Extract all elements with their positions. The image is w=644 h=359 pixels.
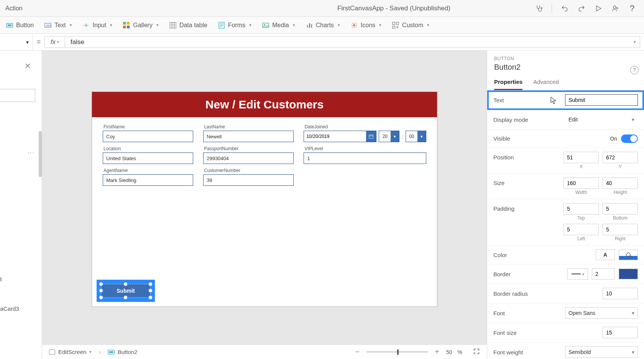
fit-to-window-icon[interactable]: [473, 348, 480, 356]
ribbon-icons[interactable]: Icons ▾: [351, 22, 381, 29]
toggle-switch[interactable]: [621, 134, 638, 143]
tab-advanced[interactable]: Advanced: [533, 79, 559, 90]
location-input[interactable]: [103, 152, 193, 164]
breadcrumb-screen[interactable]: EditScreen ▾: [49, 349, 92, 355]
resize-handle[interactable]: [99, 282, 103, 286]
resize-handle[interactable]: [148, 289, 153, 293]
tree-item[interactable]: ataCard3: [0, 305, 19, 312]
undo-icon[interactable]: [560, 4, 569, 13]
resize-handle[interactable]: [99, 289, 103, 293]
firstname-input[interactable]: [103, 131, 193, 142]
lastname-input[interactable]: [203, 131, 294, 142]
play-icon[interactable]: [594, 4, 603, 13]
breadcrumb-label: Button2: [118, 349, 138, 355]
text-property-input[interactable]: [565, 94, 638, 106]
padding-bottom-input[interactable]: [603, 203, 638, 215]
fontweight-select[interactable]: Semibold ▾: [565, 346, 638, 358]
ribbon-text[interactable]: Abc Text ▾: [44, 22, 72, 29]
ribbon-media[interactable]: Media ▾: [262, 22, 295, 29]
edit-form: FirstName LastName DateJoined: [92, 117, 437, 193]
icons-icon: [351, 22, 358, 29]
fx-button[interactable]: fx▾: [44, 36, 65, 48]
calendar-icon[interactable]: [366, 131, 376, 142]
prop-label: Font weight: [493, 349, 565, 356]
expand-formula-icon[interactable]: ▾: [634, 39, 636, 44]
more-options-icon[interactable]: ···: [28, 149, 35, 156]
fill-color-picker[interactable]: [619, 249, 638, 260]
chevron-down-icon: ▾: [427, 23, 429, 28]
position-y-input[interactable]: [603, 152, 638, 163]
chevron-down-icon: ▾: [156, 23, 159, 28]
tree-item[interactable]: 6: [0, 222, 19, 228]
padding-right-input[interactable]: [603, 224, 638, 235]
breadcrumb-label: EditScreen: [58, 349, 86, 355]
font-select[interactable]: Open Sans ▾: [565, 307, 638, 319]
zoom-in-button[interactable]: +: [433, 348, 441, 356]
zoom-thumb[interactable]: [397, 349, 399, 355]
displaymode-select[interactable]: Edit ▾: [565, 114, 638, 125]
prop-label: Text: [493, 97, 565, 103]
tree-search-input[interactable]: [0, 89, 35, 102]
zoom-slider[interactable]: [366, 351, 428, 352]
font-color-picker[interactable]: A: [596, 249, 615, 260]
redo-icon[interactable]: [577, 4, 586, 13]
resize-handle[interactable]: [123, 282, 128, 286]
tree-item[interactable]: 3: [0, 240, 19, 246]
tab-properties[interactable]: Properties: [494, 79, 522, 90]
size-height-input[interactable]: [603, 177, 638, 189]
borderradius-input[interactable]: [603, 288, 638, 299]
customernumber-input[interactable]: [203, 174, 294, 186]
resize-handle[interactable]: [123, 295, 128, 300]
passport-input[interactable]: [203, 152, 294, 164]
position-x-input[interactable]: [564, 152, 599, 163]
help-icon[interactable]: ?: [630, 66, 639, 74]
resize-handle[interactable]: [148, 295, 153, 300]
size-width-input[interactable]: [564, 177, 599, 189]
date-input[interactable]: [304, 131, 366, 142]
resize-handle[interactable]: [148, 282, 153, 286]
resize-handle[interactable]: [99, 295, 103, 300]
tree-item[interactable]: d3: [0, 276, 19, 282]
vip-input[interactable]: [304, 152, 426, 164]
svg-rect-9: [123, 25, 126, 28]
agent-input[interactable]: [103, 174, 193, 186]
formula-input[interactable]: false ▾: [65, 36, 640, 48]
scrollbar-thumb[interactable]: [39, 131, 42, 177]
ribbon-button[interactable]: Button: [6, 22, 34, 29]
tree-item[interactable]: I3: [0, 166, 19, 172]
sublabel-width: Width: [564, 190, 599, 195]
border-color-picker[interactable]: [619, 269, 638, 279]
field-location: Location: [103, 146, 193, 164]
zoom-out-button[interactable]: −: [354, 348, 361, 356]
hour-select[interactable]: 20 ▾: [379, 131, 399, 142]
prop-row-borderradius: Border radius: [487, 284, 644, 303]
property-selector[interactable]: ▾: [0, 34, 33, 50]
ribbon-gallery[interactable]: Gallery ▾: [123, 22, 159, 29]
submit-button[interactable]: Submit: [101, 284, 151, 298]
tree-item[interactable]: 3: [0, 258, 19, 264]
border-width-input[interactable]: [592, 268, 615, 280]
ribbon-input[interactable]: Input ▾: [83, 22, 113, 29]
ribbon-datatable[interactable]: Data table: [169, 22, 207, 29]
ribbon-forms[interactable]: Forms ▾: [218, 22, 251, 29]
canvas[interactable]: New / Edit Customers FirstName LastName …: [42, 51, 487, 359]
field-label: AgentName: [103, 168, 193, 173]
share-person-icon[interactable]: [611, 4, 619, 13]
minute-select[interactable]: 00 ▾: [406, 131, 426, 142]
close-icon[interactable]: ✕: [25, 61, 31, 70]
ribbon-custom[interactable]: Custom ▾: [392, 22, 429, 29]
field-label: FirstName: [103, 124, 193, 130]
padding-left-input[interactable]: [564, 224, 599, 235]
help-icon[interactable]: ?: [628, 4, 636, 13]
field-passport: PassportNumber: [203, 146, 294, 164]
breadcrumb-control[interactable]: Button2: [108, 349, 138, 356]
ribbon-charts[interactable]: Charts ▾: [306, 22, 340, 29]
stethoscope-icon[interactable]: [535, 4, 543, 13]
date-picker[interactable]: [304, 131, 376, 142]
visible-toggle[interactable]: On: [610, 134, 638, 143]
selected-element-frame[interactable]: Submit: [97, 280, 155, 302]
border-style-select[interactable]: ▾: [567, 268, 588, 280]
fontsize-input[interactable]: [603, 327, 638, 338]
menu-action-label[interactable]: Action: [4, 5, 22, 12]
padding-top-input[interactable]: [564, 203, 599, 215]
